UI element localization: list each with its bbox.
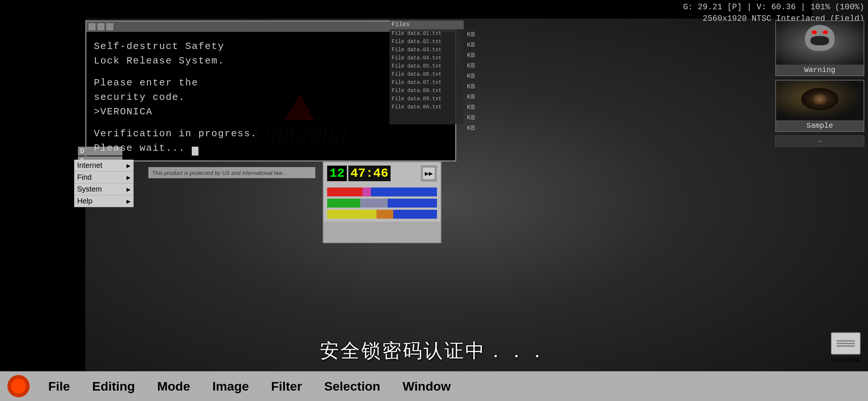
color-bar-row-1	[327, 188, 437, 196]
terminal-line2: Lock Release System.	[94, 54, 448, 68]
menu-editing[interactable]: Editing	[81, 371, 146, 401]
hd-line-3	[836, 345, 855, 347]
cursor	[192, 147, 198, 156]
menu-image[interactable]: Image	[201, 371, 260, 401]
arrow-icon: ▶	[126, 198, 131, 204]
sample-label: Sample	[776, 120, 864, 131]
terminal-close-btn[interactable]	[89, 23, 95, 30]
blue-seg-2	[388, 199, 437, 208]
subtitle-chinese: 安全锁密码认证中．．．	[320, 338, 548, 364]
menu-help[interactable]: Help ▶	[74, 195, 134, 207]
timer-minutes: 47:46	[348, 166, 391, 181]
terminal-maximize-btn[interactable]	[106, 23, 113, 30]
hard-disk-icon	[831, 332, 861, 355]
sample-image	[776, 81, 864, 120]
app-logo	[7, 375, 30, 397]
color-bar-row-3	[327, 210, 437, 219]
play-btn[interactable]: ▶▶	[422, 167, 435, 180]
arrow-icon: ▶	[126, 175, 131, 180]
timer-hours: 12	[327, 166, 347, 181]
skull-icon	[805, 25, 835, 51]
terminal-content: Self-destruct Safety Lock Release System…	[94, 39, 448, 156]
hd-line-2	[836, 343, 855, 344]
dash-panel: —	[775, 136, 864, 147]
hard-disk-area[interactable]: Hard Disk	[831, 332, 861, 364]
terminal-restore-btn[interactable]	[98, 23, 104, 30]
color-bar-row-2	[327, 199, 437, 208]
arrow-icon: ▶	[126, 163, 131, 169]
terminal-line8: Please wait...	[94, 141, 448, 156]
warning-thumbnail[interactable]: Warning	[775, 20, 864, 76]
timer-controls: ▶▶	[421, 165, 437, 182]
logo-inner	[11, 379, 26, 394]
terminal-line4: Please enter the	[94, 76, 448, 90]
pink-seg	[362, 188, 371, 196]
color-bars	[323, 185, 441, 222]
yellow-seg	[327, 210, 377, 219]
terminal-prompt: >VERONICA	[94, 105, 448, 119]
menu-internet[interactable]: Internet ▶	[74, 160, 134, 172]
menu-mode[interactable]: Mode	[146, 371, 201, 401]
orange-seg	[377, 210, 393, 219]
file-list-title: Files	[389, 20, 464, 29]
hd-line-1	[836, 340, 855, 342]
side-menu: Internet ▶ Find ▶ System ▶ Help ▶	[74, 160, 134, 207]
menu-filter[interactable]: Filter	[260, 371, 313, 401]
warning-image	[776, 21, 864, 65]
gray-seg	[360, 199, 388, 208]
menu-bar: File Editing Mode Image Filter Selection…	[0, 371, 868, 401]
blue-seg-3	[393, 210, 437, 219]
video-panel: 12 47:46 ▶▶	[323, 162, 441, 243]
terminal-body: Umbrella Self-destruct Safety Lock Relea…	[86, 32, 455, 160]
product-text: This product is protected by US and inte…	[152, 170, 287, 176]
hard-disk-label: Hard Disk	[831, 356, 860, 364]
green-seg	[327, 199, 360, 208]
terminal-line7: Verification in progress.	[94, 127, 448, 141]
terminal-line1: Self-destruct Safety	[94, 39, 448, 54]
warning-label: Warning	[776, 65, 864, 75]
product-bar: This product is protected by US and inte…	[148, 167, 315, 178]
menu-system[interactable]: System ▶	[74, 183, 134, 195]
blue-seg	[371, 188, 437, 196]
timer-digits: 12 47:46	[327, 166, 391, 181]
terminal-line5: security code.	[94, 90, 448, 105]
terminal-window: Umbrella Self-destruct Safety Lock Relea…	[85, 20, 456, 162]
red-seg	[327, 188, 362, 196]
left-border	[0, 0, 85, 401]
position-info: G: 29.21 [P] | V: 60.36 | 101% (100%)	[683, 2, 864, 13]
timer-display: 12 47:46 ▶▶	[323, 162, 441, 185]
sample-thumbnail[interactable]: Sample	[775, 80, 864, 132]
menu-find[interactable]: Find ▶	[74, 172, 134, 183]
kb-labels: KB KB KB KB KB KB KB KB KB KB	[466, 29, 477, 133]
menu-selection[interactable]: Selection	[313, 371, 391, 401]
menu-window[interactable]: Window	[391, 371, 462, 401]
arrow-icon: ▶	[126, 186, 131, 192]
file-item-1[interactable]: File data.01.txt	[389, 29, 464, 38]
menu-file[interactable]: File	[37, 371, 81, 401]
